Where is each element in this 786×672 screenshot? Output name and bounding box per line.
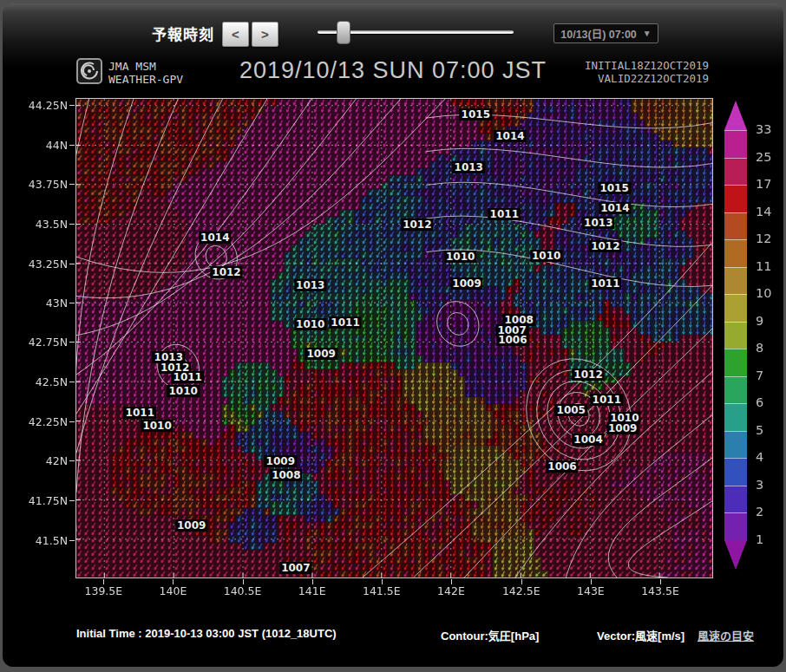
colorbar-tick-label: 33	[756, 122, 771, 136]
y-axis-label: 42N	[7, 454, 68, 467]
axis-tick	[69, 382, 75, 382]
x-axis-label: 142.5E	[502, 584, 540, 597]
valid-time-code: VALID22Z12OCT2019	[585, 72, 709, 85]
weather-map: 1015101410131015101410131011101210141012…	[75, 98, 713, 578]
y-axis-label: 44.25N	[7, 98, 68, 111]
y-axis-label: 44N	[7, 138, 68, 151]
time-slider-thumb[interactable]	[337, 21, 350, 44]
colorbar-tick-label: 11	[756, 259, 771, 273]
axis-tick	[521, 579, 522, 584]
axis-tick	[382, 579, 383, 584]
colorbar-tick-label: 10	[756, 286, 771, 300]
colorbar-tick-label: 12	[756, 232, 771, 245]
colorbar-segment	[724, 458, 747, 486]
axis-tick	[660, 579, 661, 584]
y-axis-label: 42.75N	[7, 336, 68, 349]
colorbar-segment	[724, 403, 747, 431]
x-axis-label: 140E	[160, 584, 187, 597]
wind-guide-link[interactable]: 風速の目安	[698, 627, 754, 643]
pressure-label: 1015	[460, 108, 492, 121]
pressure-label: 1007	[279, 562, 311, 574]
colorbar-segment	[724, 212, 747, 240]
y-axis-label: 42.5N	[7, 375, 68, 388]
y-axis-label: 41.5N	[7, 533, 68, 546]
app-panel: 予報時刻 < > 10/13(日) 07:00 ▼ JMA MSMWEATHER…	[3, 3, 783, 667]
colorbar-segment	[724, 185, 747, 212]
y-axis-label: 43N	[7, 297, 68, 310]
pressure-label: 1009	[450, 277, 482, 290]
colorbar-tick-label: 5	[756, 423, 763, 437]
colorbar-tick-label: 3	[756, 478, 763, 492]
colorbar: Wind speed at 10m above ground [m/s] 332…	[724, 101, 786, 579]
colorbar-segment	[724, 294, 747, 322]
prev-time-button[interactable]: <	[222, 22, 249, 47]
axis-tick	[69, 303, 75, 303]
axis-tick	[69, 460, 75, 461]
pressure-label: 1011	[589, 277, 621, 290]
axis-tick	[69, 342, 75, 343]
pressure-label: 1009	[305, 348, 337, 360]
pressure-label: 1012	[572, 369, 604, 381]
colorbar-tick-label: 25	[756, 150, 771, 164]
colorbar-tick-label: 14	[756, 205, 771, 219]
footer-contour-label: Contour:気圧[hPa]	[441, 627, 539, 643]
pressure-label: 1009	[265, 455, 297, 467]
axis-tick	[591, 579, 592, 584]
y-axis-label: 43.75N	[7, 178, 68, 191]
x-axis-label: 142E	[437, 584, 465, 597]
pressure-label: 1006	[546, 460, 578, 473]
pressure-label: 1012	[589, 240, 621, 252]
weather-gpv-app: 予報時刻 < > 10/13(日) 07:00 ▼ JMA MSMWEATHER…	[0, 0, 786, 672]
y-axis-label: 43.25N	[7, 257, 68, 270]
dropdown-arrow-icon: ▼	[643, 29, 652, 38]
initial-time-code: INITIAL18Z12OCT2019	[585, 59, 709, 72]
y-axis-label: 42.25N	[7, 414, 68, 427]
colorbar-tick-label: 6	[756, 395, 763, 409]
colorbar-tick-label: 9	[756, 314, 763, 328]
pressure-label: 1009	[606, 422, 639, 434]
axis-tick	[69, 184, 75, 185]
pressure-label: 1011	[172, 371, 204, 383]
colorbar-segment	[724, 376, 747, 404]
pressure-label: 1011	[329, 316, 361, 329]
axis-tick	[69, 500, 75, 501]
pressure-label: 1012	[401, 219, 433, 231]
pressure-label: 1011	[591, 394, 623, 406]
axis-tick	[69, 224, 75, 225]
next-time-button[interactable]: >	[252, 22, 278, 47]
pressure-label: 1014	[494, 130, 526, 142]
pressure-label: 1009	[175, 519, 207, 532]
y-axis-label: 43.5N	[7, 218, 68, 231]
colorbar-segment	[724, 239, 747, 267]
colorbar-segment	[724, 158, 747, 186]
time-select-dropdown[interactable]: 10/13(日) 07:00 ▼	[553, 23, 658, 43]
y-axis-labels: 44.25N44N43.75N43.5N43.25N43N42.75N42.5N…	[3, 98, 75, 578]
colorbar-segment	[724, 130, 747, 158]
colorbar-tick-label: 4	[756, 450, 763, 464]
axis-tick	[69, 540, 75, 541]
pressure-label: 1010	[530, 250, 562, 262]
axis-tick	[69, 105, 75, 106]
pressure-label: 1010	[444, 251, 476, 263]
axis-tick	[312, 579, 313, 584]
colorbar-tick-label: 17	[756, 177, 771, 191]
x-axis-label: 141.5E	[363, 584, 401, 597]
pressure-label: 1015	[598, 182, 630, 194]
time-slider-track[interactable]	[318, 30, 514, 34]
x-axis-label: 143E	[577, 584, 605, 597]
axis-tick	[451, 579, 452, 584]
pressure-label: 1010	[141, 420, 173, 432]
pressure-label: 1012	[210, 266, 242, 278]
colorbar-tick-label: 7	[756, 369, 763, 382]
pressure-label: 1013	[294, 279, 326, 291]
colorbar-segment	[724, 267, 747, 295]
pressure-label: 1011	[488, 208, 521, 220]
x-axis-label: 140.5E	[224, 584, 262, 597]
forecast-time-label: 予報時刻	[152, 23, 214, 44]
init-valid-block: INITIAL18Z12OCT2019 VALID22Z12OCT2019	[585, 59, 709, 85]
colorbar-segment	[724, 349, 747, 376]
axis-tick	[243, 579, 244, 584]
colorbar-tick-label: 8	[756, 341, 763, 355]
pressure-label: 1004	[572, 434, 604, 446]
pressure-label: 1005	[555, 404, 587, 416]
